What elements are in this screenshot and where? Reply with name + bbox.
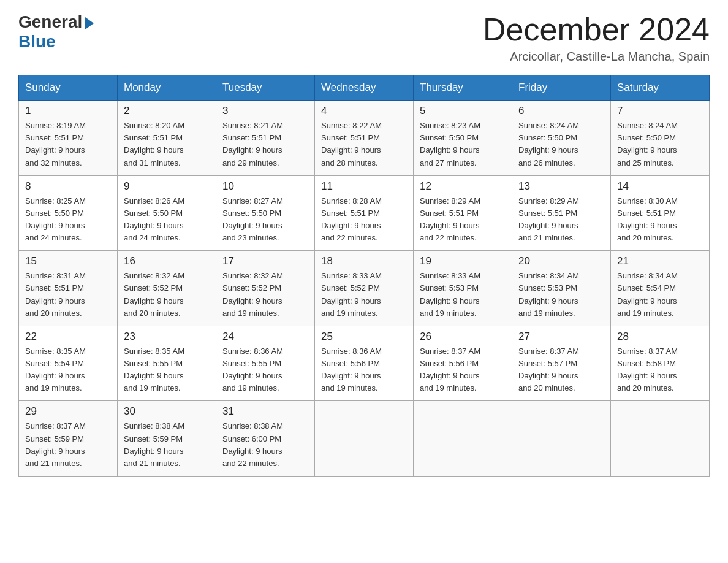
calendar-cell: 22 Sunrise: 8:35 AM Sunset: 5:54 PM Dayl… [19, 326, 118, 401]
day-number: 10 [222, 180, 308, 193]
column-header-thursday: Thursday [414, 75, 512, 101]
day-info: Sunrise: 8:24 AM Sunset: 5:50 PM Dayligh… [518, 120, 604, 169]
day-number: 12 [420, 180, 506, 193]
day-number: 16 [124, 255, 210, 267]
page-header: General Blue December 2024 Arcicollar, C… [18, 12, 710, 64]
day-info: Sunrise: 8:22 AM Sunset: 5:51 PM Dayligh… [321, 120, 407, 169]
day-info: Sunrise: 8:36 AM Sunset: 5:56 PM Dayligh… [321, 345, 407, 395]
calendar-cell: 2 Sunrise: 8:20 AM Sunset: 5:51 PM Dayli… [118, 101, 216, 176]
day-number: 21 [617, 255, 703, 267]
location-text: Arcicollar, Castille-La Mancha, Spain [483, 50, 710, 64]
day-info: Sunrise: 8:33 AM Sunset: 5:52 PM Dayligh… [321, 270, 407, 320]
calendar-cell: 30 Sunrise: 8:38 AM Sunset: 5:59 PM Dayl… [118, 401, 216, 477]
day-info: Sunrise: 8:37 AM Sunset: 5:57 PM Dayligh… [518, 345, 604, 395]
day-info: Sunrise: 8:32 AM Sunset: 5:52 PM Dayligh… [124, 270, 210, 320]
column-header-monday: Monday [118, 75, 216, 101]
calendar-cell: 12 Sunrise: 8:29 AM Sunset: 5:51 PM Dayl… [414, 175, 512, 251]
calendar-table: SundayMondayTuesdayWednesdayThursdayFrid… [18, 75, 710, 477]
day-info: Sunrise: 8:34 AM Sunset: 5:53 PM Dayligh… [518, 270, 604, 320]
day-info: Sunrise: 8:33 AM Sunset: 5:53 PM Dayligh… [420, 270, 506, 320]
day-number: 5 [420, 105, 506, 117]
calendar-cell: 19 Sunrise: 8:33 AM Sunset: 5:53 PM Dayl… [414, 251, 512, 326]
logo-arrow-icon [85, 17, 94, 29]
month-title: December 2024 [483, 12, 710, 47]
calendar-cell: 26 Sunrise: 8:37 AM Sunset: 5:56 PM Dayl… [414, 326, 512, 401]
title-section: December 2024 Arcicollar, Castille-La Ma… [483, 12, 710, 64]
day-number: 13 [518, 180, 604, 193]
day-number: 2 [124, 105, 210, 117]
calendar-cell: 9 Sunrise: 8:26 AM Sunset: 5:50 PM Dayli… [118, 175, 216, 251]
calendar-cell: 24 Sunrise: 8:36 AM Sunset: 5:55 PM Dayl… [216, 326, 315, 401]
day-number: 19 [420, 255, 506, 267]
calendar-cell: 29 Sunrise: 8:37 AM Sunset: 5:59 PM Dayl… [19, 401, 118, 477]
day-number: 6 [518, 105, 604, 117]
day-number: 20 [518, 255, 604, 267]
calendar-cell: 15 Sunrise: 8:31 AM Sunset: 5:51 PM Dayl… [19, 251, 118, 326]
day-info: Sunrise: 8:24 AM Sunset: 5:50 PM Dayligh… [617, 120, 703, 169]
calendar-cell: 7 Sunrise: 8:24 AM Sunset: 5:50 PM Dayli… [611, 101, 710, 176]
calendar-cell: 1 Sunrise: 8:19 AM Sunset: 5:51 PM Dayli… [19, 101, 118, 176]
calendar-cell: 8 Sunrise: 8:25 AM Sunset: 5:50 PM Dayli… [19, 175, 118, 251]
logo: General Blue [18, 12, 94, 52]
calendar-cell: 25 Sunrise: 8:36 AM Sunset: 5:56 PM Dayl… [315, 326, 414, 401]
day-number: 23 [124, 331, 210, 343]
day-info: Sunrise: 8:28 AM Sunset: 5:51 PM Dayligh… [321, 195, 407, 245]
calendar-cell: 16 Sunrise: 8:32 AM Sunset: 5:52 PM Dayl… [118, 251, 216, 326]
day-info: Sunrise: 8:30 AM Sunset: 5:51 PM Dayligh… [617, 195, 703, 245]
calendar-cell [315, 401, 414, 477]
day-info: Sunrise: 8:35 AM Sunset: 5:54 PM Dayligh… [25, 345, 111, 395]
day-number: 27 [518, 331, 604, 343]
logo-general-text: General [18, 12, 82, 32]
column-header-tuesday: Tuesday [216, 75, 315, 101]
day-info: Sunrise: 8:23 AM Sunset: 5:50 PM Dayligh… [420, 120, 506, 169]
day-number: 28 [617, 331, 703, 343]
calendar-cell: 27 Sunrise: 8:37 AM Sunset: 5:57 PM Dayl… [512, 326, 611, 401]
day-info: Sunrise: 8:37 AM Sunset: 5:59 PM Dayligh… [25, 420, 111, 470]
calendar-cell: 10 Sunrise: 8:27 AM Sunset: 5:50 PM Dayl… [216, 175, 315, 251]
calendar-cell: 13 Sunrise: 8:29 AM Sunset: 5:51 PM Dayl… [512, 175, 611, 251]
day-info: Sunrise: 8:34 AM Sunset: 5:54 PM Dayligh… [617, 270, 703, 320]
calendar-cell [611, 401, 710, 477]
calendar-cell: 3 Sunrise: 8:21 AM Sunset: 5:51 PM Dayli… [216, 101, 315, 176]
calendar-cell: 17 Sunrise: 8:32 AM Sunset: 5:52 PM Dayl… [216, 251, 315, 326]
logo-blue-text: Blue [18, 32, 56, 52]
day-number: 18 [321, 255, 407, 267]
day-info: Sunrise: 8:32 AM Sunset: 5:52 PM Dayligh… [222, 270, 308, 320]
calendar-cell: 20 Sunrise: 8:34 AM Sunset: 5:53 PM Dayl… [512, 251, 611, 326]
day-info: Sunrise: 8:36 AM Sunset: 5:55 PM Dayligh… [222, 345, 308, 395]
day-info: Sunrise: 8:35 AM Sunset: 5:55 PM Dayligh… [124, 345, 210, 395]
calendar-cell: 18 Sunrise: 8:33 AM Sunset: 5:52 PM Dayl… [315, 251, 414, 326]
day-number: 15 [25, 255, 111, 267]
day-number: 4 [321, 105, 407, 117]
day-info: Sunrise: 8:26 AM Sunset: 5:50 PM Dayligh… [124, 195, 210, 245]
day-info: Sunrise: 8:21 AM Sunset: 5:51 PM Dayligh… [222, 120, 308, 169]
day-info: Sunrise: 8:37 AM Sunset: 5:56 PM Dayligh… [420, 345, 506, 395]
day-info: Sunrise: 8:38 AM Sunset: 6:00 PM Dayligh… [222, 420, 308, 470]
day-number: 17 [222, 255, 308, 267]
day-info: Sunrise: 8:37 AM Sunset: 5:58 PM Dayligh… [617, 345, 703, 395]
column-header-wednesday: Wednesday [315, 75, 414, 101]
column-header-friday: Friday [512, 75, 611, 101]
day-number: 11 [321, 180, 407, 193]
day-number: 22 [25, 331, 111, 343]
day-number: 31 [222, 405, 308, 418]
day-number: 9 [124, 180, 210, 193]
calendar-cell: 11 Sunrise: 8:28 AM Sunset: 5:51 PM Dayl… [315, 175, 414, 251]
day-number: 25 [321, 331, 407, 343]
calendar-cell: 5 Sunrise: 8:23 AM Sunset: 5:50 PM Dayli… [414, 101, 512, 176]
day-info: Sunrise: 8:38 AM Sunset: 5:59 PM Dayligh… [124, 420, 210, 470]
day-number: 30 [124, 405, 210, 418]
day-number: 7 [617, 105, 703, 117]
day-info: Sunrise: 8:19 AM Sunset: 5:51 PM Dayligh… [25, 120, 111, 169]
day-number: 3 [222, 105, 308, 117]
column-header-sunday: Sunday [19, 75, 118, 101]
day-info: Sunrise: 8:27 AM Sunset: 5:50 PM Dayligh… [222, 195, 308, 245]
day-info: Sunrise: 8:25 AM Sunset: 5:50 PM Dayligh… [25, 195, 111, 245]
calendar-cell [414, 401, 512, 477]
calendar-cell: 31 Sunrise: 8:38 AM Sunset: 6:00 PM Dayl… [216, 401, 315, 477]
day-number: 14 [617, 180, 703, 193]
calendar-cell: 21 Sunrise: 8:34 AM Sunset: 5:54 PM Dayl… [611, 251, 710, 326]
calendar-cell: 6 Sunrise: 8:24 AM Sunset: 5:50 PM Dayli… [512, 101, 611, 176]
day-info: Sunrise: 8:29 AM Sunset: 5:51 PM Dayligh… [420, 195, 506, 245]
calendar-cell: 4 Sunrise: 8:22 AM Sunset: 5:51 PM Dayli… [315, 101, 414, 176]
